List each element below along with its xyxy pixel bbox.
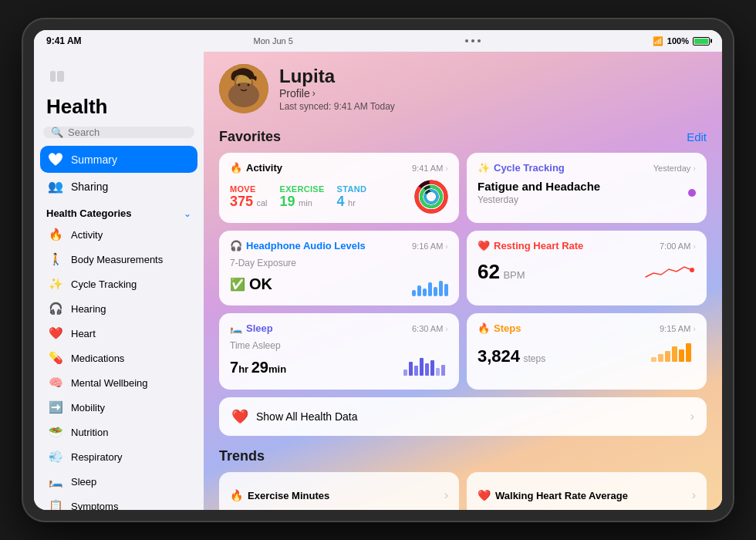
sidebar-nav: ❤️ Summary 👥 Sharing	[34, 146, 204, 200]
category-heart[interactable]: ❤️ Heart	[40, 321, 197, 346]
svg-rect-23	[651, 357, 656, 362]
summary-icon: ❤️	[48, 152, 63, 167]
search-icon: 🔍	[51, 127, 63, 138]
exposure-label: 7-Day Exposure	[230, 258, 448, 268]
bar2	[417, 285, 421, 296]
sleep-chevron: ›	[445, 324, 448, 333]
trend-exercise[interactable]: 🔥 Exercise Minutes ›	[219, 472, 459, 510]
svg-point-6	[238, 84, 241, 86]
heart-rate-value-row: 62 BPM	[478, 260, 525, 284]
sleep-card-title: 🛏️ Sleep	[230, 322, 273, 334]
category-symptoms[interactable]: 📋 Symptoms	[40, 494, 197, 510]
battery-fill	[694, 39, 708, 44]
svg-rect-15	[403, 370, 407, 376]
trend-walking-heart[interactable]: ❤️ Walking Heart Rate Average ›	[467, 472, 707, 510]
category-body[interactable]: 🚶 Body Measurements	[40, 247, 197, 272]
ok-badge: ✅ OK	[230, 275, 272, 293]
category-mobility[interactable]: ➡️ Mobility	[40, 395, 197, 420]
show-all-health-data[interactable]: ❤️ Show All Health Data ›	[219, 397, 707, 436]
sleep-value: 7hr 29min	[230, 359, 286, 376]
heart-rate-title: ❤️ Resting Heart Rate	[478, 240, 583, 251]
nutrition-icon: 🥗	[48, 425, 63, 439]
category-respiratory[interactable]: 💨 Respiratory	[40, 444, 197, 469]
svg-rect-22	[441, 365, 445, 376]
cycle-dot	[688, 189, 696, 197]
cycle-details: Fatigue and Headache Yesterday	[478, 180, 600, 205]
category-activity[interactable]: 🔥 Activity	[40, 222, 197, 247]
show-all-heart-icon: ❤️	[231, 408, 248, 425]
category-mental[interactable]: 🧠 Mental Wellbeing	[40, 370, 197, 395]
dot1	[465, 39, 468, 42]
heart-rate-value: 62	[478, 260, 500, 283]
steps-card[interactable]: 🔥 Steps 9:15 AM › 3,824	[467, 313, 707, 390]
svg-rect-16	[409, 362, 413, 376]
headphone-bars	[412, 272, 448, 296]
cycle-icon: ✨	[48, 277, 63, 291]
category-hearing[interactable]: 🎧 Hearing	[40, 296, 197, 321]
cycle-chevron: ›	[693, 164, 696, 173]
status-time: 9:41 AM	[46, 35, 82, 46]
svg-rect-18	[420, 358, 424, 376]
trend-exercise-label: Exercise Minutes	[248, 490, 329, 501]
move-label: Move	[230, 184, 268, 194]
bar3	[423, 289, 427, 296]
search-bar[interactable]: 🔍 🎙	[43, 127, 194, 138]
trend-exercise-chevron: ›	[444, 488, 448, 502]
sleep-label: Time Asleep	[230, 340, 448, 351]
cycle-card-time: Yesterday ›	[653, 164, 696, 173]
respiratory-icon: 💨	[48, 450, 63, 464]
svg-point-5	[228, 83, 259, 107]
cycle-event: Fatigue and Headache	[478, 180, 600, 193]
svg-point-7	[248, 84, 250, 86]
category-nutrition[interactable]: 🥗 Nutrition	[40, 420, 197, 444]
svg-rect-20	[430, 360, 434, 376]
cycle-tracking-card[interactable]: ✨ Cycle Tracking Yesterday › F	[467, 153, 707, 223]
category-label-mental: Mental Wellbeing	[71, 377, 147, 389]
category-sleep[interactable]: 🛏️ Sleep	[40, 469, 197, 494]
svg-rect-25	[665, 351, 670, 362]
category-medications[interactable]: 💊 Medications	[40, 346, 197, 370]
activity-card[interactable]: 🔥 Activity 9:41 AM ›	[219, 153, 459, 223]
headphone-card[interactable]: 🎧 Headphone Audio Levels 9:16 AM › 7-Day…	[219, 231, 459, 305]
bar7	[444, 284, 448, 296]
favorites-grid: 🔥 Activity 9:41 AM ›	[219, 153, 707, 390]
activity-card-icon: 🔥	[230, 162, 242, 174]
ipad-screen: 9:41 AM Mon Jun 5 📶 100%	[34, 30, 722, 510]
wifi-icon: 📶	[653, 36, 663, 46]
category-label-respiratory: Respiratory	[71, 451, 122, 463]
sleep-card[interactable]: 🛏️ Sleep 6:30 AM › Time Asleep	[219, 313, 459, 390]
symptoms-icon: 📋	[48, 499, 63, 510]
trends-title: Trends	[219, 448, 707, 464]
nav-item-sharing[interactable]: 👥 Sharing	[40, 173, 197, 200]
svg-point-14	[690, 268, 694, 272]
main-scroll: Lupita Profile › Last synced: 9:41 AM To…	[204, 52, 722, 510]
stat-exercise: Exercise 19 min	[280, 184, 325, 210]
steps-chevron: ›	[693, 324, 696, 333]
avatar	[219, 64, 268, 113]
nav-label-summary: Summary	[71, 154, 117, 166]
hearing-icon: 🎧	[48, 302, 63, 316]
bar5	[434, 287, 437, 296]
trend-heart-chevron: ›	[692, 488, 696, 502]
heart-rate-card[interactable]: ❤️ Resting Heart Rate 7:00 AM ›	[467, 231, 707, 305]
categories-chevron[interactable]: ⌄	[184, 208, 191, 219]
sidebar: Health 🔍 🎙 ❤️ Summary 👥 Sharing	[34, 52, 204, 510]
activity-icon: 🔥	[48, 228, 63, 241]
profile-info: Lupita Profile › Last synced: 9:41 AM To…	[279, 66, 395, 112]
profile-link[interactable]: Profile ›	[279, 87, 395, 100]
activity-ring	[414, 180, 448, 214]
search-input[interactable]	[68, 127, 197, 138]
sleep-bars	[402, 354, 448, 380]
svg-rect-27	[679, 349, 684, 362]
category-cycle[interactable]: ✨ Cycle Tracking	[40, 272, 197, 296]
headphone-content: ✅ OK	[230, 272, 448, 296]
sidebar-toggle-button[interactable]	[46, 66, 68, 87]
activity-card-time: 9:41 AM ›	[412, 164, 448, 173]
edit-favorites-button[interactable]: Edit	[687, 130, 707, 143]
nav-item-summary[interactable]: ❤️ Summary	[40, 146, 197, 173]
profile-chevron-icon: ›	[312, 88, 316, 99]
stat-move: Move 375 cal	[230, 184, 268, 210]
headphone-card-time: 9:16 AM ›	[412, 241, 448, 251]
profile-section: Lupita Profile › Last synced: 9:41 AM To…	[219, 64, 707, 113]
trends-cards: 🔥 Exercise Minutes › ❤️ Walking Heart Ra…	[219, 472, 707, 510]
